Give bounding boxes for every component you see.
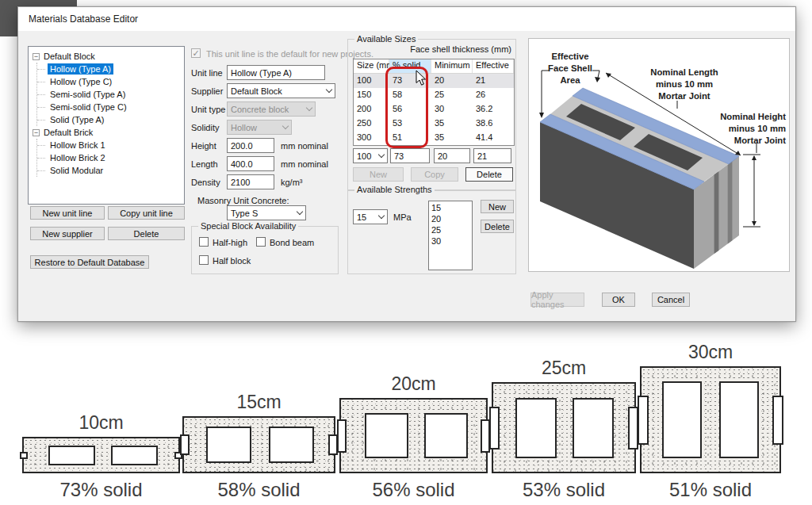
supplier-select[interactable]: Default Block [227,83,335,98]
tree-item-label: Solid Modular [48,165,105,176]
size-copy-button: Copy [411,167,458,182]
block-cell [573,398,614,458]
tree-item-label: Semi-solid (Type A) [48,89,128,100]
grid-cell: 250 [354,117,389,131]
edit-effective-input[interactable]: 21 [473,148,511,163]
restore-default-database-button[interactable]: Restore to Default Database [30,255,149,269]
height-label-line2: minus 10 mm [729,124,786,133]
tree-connector [37,170,45,171]
grid-row[interactable]: 300513541.4 [354,131,514,145]
unit-line-tree[interactable]: −Default BlockHollow (Type A)Hollow (Typ… [28,46,185,205]
grid-cell: 41.4 [473,131,514,145]
concrete-block-section [492,382,636,473]
strength-option[interactable]: 25 [431,224,472,235]
block-end-notch [638,396,649,445]
concrete-block-section [22,437,180,473]
tree-item[interactable]: Solid (Type A) [37,113,182,126]
height-input[interactable]: 200.0 [227,138,274,153]
strength-unit-label: MPa [393,212,412,222]
density-suffix: kg/m³ [281,178,303,187]
block-cross-sections-figure: 10cm73% solid15cm58% solid20cm56% solid2… [0,320,812,505]
window-title: Materials Database Editor [29,13,138,25]
density-input[interactable]: 2100 [227,174,274,189]
arrowhead [752,155,756,160]
tree-item[interactable]: Hollow (Type A) [37,63,182,75]
masonry-unit-concrete-select[interactable]: Type S [227,205,306,220]
supplier-label: Supplier [191,86,223,96]
edit-solid-input[interactable]: 73 [390,148,430,163]
grid-cell: 25 [431,88,473,102]
grid-row[interactable]: 250533538.6 [354,117,514,131]
collapse-icon[interactable]: − [33,53,40,60]
length-input[interactable]: 400.0 [227,156,274,171]
new-supplier-button[interactable]: New supplier [30,227,105,240]
collapse-icon[interactable]: − [33,129,40,136]
unit-line-input[interactable]: Hollow (Type A) [227,65,325,80]
tree-connector [37,82,45,82]
block-cell [269,427,314,463]
cancel-button[interactable]: Cancel [652,293,690,307]
length-suffix: mm nominal [281,159,328,169]
grid-row[interactable]: 150582526 [354,88,514,102]
tree-item-label: Solid (Type A) [48,114,106,125]
grid-header-cell[interactable]: Effective [473,59,514,73]
strength-select[interactable]: 15 [353,209,388,224]
effective-label-line2: Face Shell [548,63,592,73]
new-unit-line-button[interactable]: New unit line [30,206,105,220]
block-end-groove [728,161,733,243]
tree-connector [37,120,45,121]
length-label-line1: Nominal Length [650,67,718,77]
strength-option[interactable]: 15 [431,202,472,213]
tree-item[interactable]: Hollow Brick 1 [37,139,182,151]
strength-listbox[interactable]: 15202530 [428,201,473,270]
grid-row[interactable]: 200563036.2 [354,102,514,117]
effective-label-line1: Effective [551,52,588,61]
block-cell [48,446,95,465]
strength-new-button[interactable]: New [481,200,514,213]
bond-beam-checkbox[interactable] [256,237,266,247]
tree-node[interactable]: −Default Brick [30,126,182,139]
grid-header-cell[interactable]: Size (mm) [354,59,389,73]
available-sizes-group: Available Sizes Face shell thickness (mm… [347,39,516,191]
block-cell [719,381,759,458]
half-high-checkbox[interactable] [199,237,209,247]
delete-unit-line-button[interactable]: Delete [108,227,185,240]
block-cell [662,381,702,458]
title-bar[interactable]: Materials Database Editor [18,7,795,31]
tree-connector [37,94,45,95]
strength-option[interactable]: 30 [431,235,472,247]
grid-row[interactable]: 100732021 [354,74,514,88]
block-size-label: 25cm [492,358,636,379]
grid-cell: 200 [354,102,389,117]
block-solid-label: 53% solid [492,479,636,501]
size-delete-button[interactable]: Delete [465,167,513,182]
tree-item[interactable]: Hollow (Type C) [37,75,182,88]
tree-item[interactable]: Semi-solid (Type A) [37,88,182,101]
default-unit-line-checkbox[interactable]: ✓ [191,48,201,58]
half-block-checkbox[interactable] [199,255,209,265]
strength-option[interactable]: 20 [431,213,472,224]
grid-cell: 100 [354,74,389,88]
block-end-notch [180,434,190,455]
block-cell [206,427,251,463]
tree-node[interactable]: −Default Block [30,50,182,63]
block-solid-label: 58% solid [182,479,335,501]
concrete-block-illustration: Effective Face Shell Area Nominal Length… [529,39,789,271]
effective-leader-left [542,71,550,113]
tree-connector [37,69,45,70]
tree-item[interactable]: Semi-solid (Type C) [37,101,182,113]
grid-cell: 21 [473,74,514,88]
tree-item[interactable]: Solid Modular [37,164,182,177]
apply-changes-button: Apply changes [530,293,584,307]
grid-header-cell[interactable]: Minimum [431,59,473,73]
available-strengths-group: Available Strengths 15 MPa 15202530 New … [347,189,516,274]
edit-minimum-input[interactable]: 20 [434,148,470,163]
copy-unit-line-button[interactable]: Copy unit line [108,206,185,220]
edit-size-select[interactable]: 100 [353,148,388,163]
height-label-line1: Nominal Height [720,112,786,121]
ok-button[interactable]: OK [602,293,635,307]
strength-delete-button[interactable]: Delete [481,220,514,233]
tree-item[interactable]: Hollow Brick 2 [37,151,182,164]
block-solid-label: 56% solid [339,479,488,501]
block-end-notch [489,407,500,450]
